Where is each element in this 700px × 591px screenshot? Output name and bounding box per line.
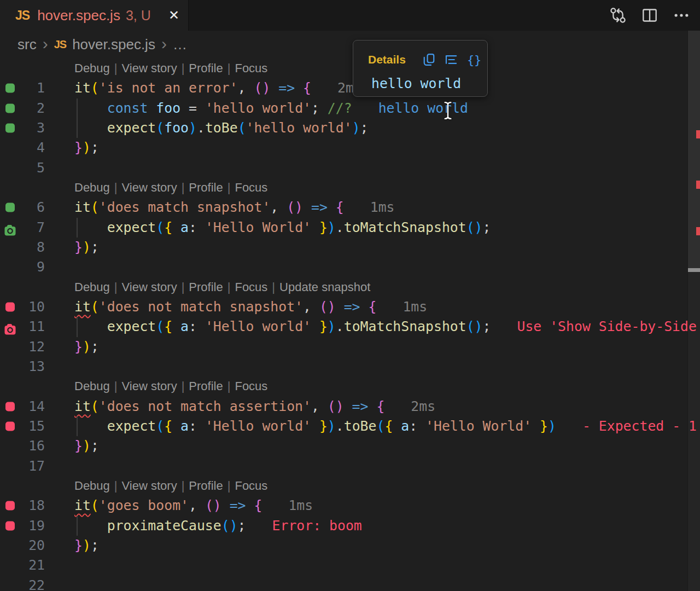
codelens-link-profile[interactable]: Profile: [189, 379, 223, 393]
tab-hover-spec-js[interactable]: JS hover.spec.js 3, U ✕: [0, 0, 189, 31]
codelens-link-debug[interactable]: Debug: [74, 61, 110, 75]
codelens-link-view-story[interactable]: View story: [122, 61, 177, 75]
codelens-link-debug[interactable]: Debug: [74, 379, 110, 393]
code-token: .: [336, 318, 344, 334]
code-line: 8});: [0, 237, 700, 257]
editor-content: Debug|View story|Profile|Focus1it('is no…: [0, 59, 700, 591]
code-token: a: [180, 418, 189, 434]
code-token: [74, 418, 107, 434]
code-token: {: [336, 199, 344, 215]
code-text[interactable]: it('does match snapshot', () => {1ms: [74, 198, 395, 217]
codelens-links: Debug|View story|Profile|Focus|Update sn…: [74, 277, 370, 297]
codelens-link-debug[interactable]: Debug: [74, 181, 110, 194]
code-token: ;: [360, 120, 369, 136]
code-token: proximateCause: [107, 518, 221, 534]
code-token: {: [164, 318, 172, 334]
javascript-file-icon: JS: [54, 38, 66, 51]
code-token: ): [83, 140, 91, 155]
code-token: =: [180, 100, 205, 116]
split-editor-icon[interactable]: [641, 7, 658, 24]
codelens-link-view-story[interactable]: View story: [122, 379, 177, 393]
code-token: {: [254, 497, 262, 513]
more-actions-icon[interactable]: [673, 7, 690, 24]
code-token: ): [328, 318, 336, 334]
codelens-link-profile[interactable]: Profile: [189, 61, 223, 75]
code-token: ;: [483, 318, 491, 334]
code-text[interactable]: });: [74, 337, 99, 357]
code-token: =>: [352, 398, 369, 414]
code-text[interactable]: const foo = 'hello world'; //?hello worl…: [74, 99, 468, 118]
code-text[interactable]: it('does not match assertion', () => {2m…: [74, 397, 435, 416]
code-token: toMatchSnapshot: [344, 219, 466, 235]
code-text[interactable]: it('is not an error', () => {2ms: [74, 78, 362, 98]
breadcrumb-item-file[interactable]: hover.spec.js: [72, 36, 155, 53]
code-text[interactable]: proximateCause();Error: boom: [74, 516, 362, 536]
code-text[interactable]: expect({ a: 'Hello world' }).toMatchSnap…: [74, 317, 697, 337]
codelens-link-profile[interactable]: Profile: [189, 181, 223, 194]
test-error-annotation: - Expected - 1: [582, 418, 697, 434]
codelens-link-debug[interactable]: Debug: [74, 280, 110, 294]
codelens-link-focus[interactable]: Focus: [235, 379, 267, 393]
code-token: 'hello world': [246, 120, 352, 136]
code-line: 6it('does match snapshot', () => {1ms: [0, 198, 700, 217]
empty-line: 9: [0, 257, 700, 277]
braces-icon[interactable]: {}: [467, 53, 482, 67]
code-token: ): [83, 339, 91, 355]
code-token: (: [91, 497, 99, 513]
code-token: {: [164, 219, 172, 235]
code-token: }: [319, 219, 328, 235]
code-token: :: [409, 418, 425, 434]
codelens-link-profile[interactable]: Profile: [189, 280, 223, 294]
codelens-link-focus[interactable]: Focus: [235, 280, 267, 294]
code-text[interactable]: it('does not match snapshot', () => {1ms: [74, 297, 427, 317]
details-link[interactable]: Details: [368, 53, 406, 66]
code-token: =>: [311, 199, 328, 215]
codelens-link-view-story[interactable]: View story: [122, 280, 177, 294]
codelens-link-update-snapshot[interactable]: Update snapshot: [279, 280, 370, 294]
code-text[interactable]: it('goes boom', () => {1ms: [74, 496, 313, 515]
code-token: [172, 219, 180, 235]
codelens-row: Debug|View story|Profile|Focus: [0, 476, 700, 496]
codelens-link-focus[interactable]: Focus: [235, 61, 267, 75]
code-text[interactable]: });: [74, 436, 99, 456]
codelens-link-profile[interactable]: Profile: [189, 479, 223, 493]
code-token: ;: [91, 537, 99, 553]
codelens-link-debug[interactable]: Debug: [74, 479, 110, 493]
code-text[interactable]: expect({ a: 'Hello world' }).toBe({ a: '…: [74, 416, 697, 436]
copy-icon[interactable]: [423, 53, 435, 66]
code-token: ;: [91, 438, 99, 454]
line-number: 7: [0, 218, 45, 237]
codelens-link-focus[interactable]: Focus: [235, 479, 267, 493]
code-token: [148, 100, 156, 116]
codelens-row: Debug|View story|Profile|Focus: [0, 376, 700, 396]
line-number: 18: [0, 496, 45, 515]
codelens-link-focus[interactable]: Focus: [235, 181, 267, 194]
code-text[interactable]: expect(foo).toBe('hello world');: [74, 118, 369, 138]
code-line: 10it('does not match snapshot', () => {1…: [0, 297, 700, 317]
code-token: (: [238, 120, 246, 136]
code-token: .: [336, 418, 344, 434]
codelens-separator: |: [267, 280, 279, 294]
line-number: 2: [0, 99, 45, 118]
codelens-link-view-story[interactable]: View story: [122, 181, 177, 194]
code-text[interactable]: });: [74, 138, 99, 158]
codelens-separator: |: [223, 479, 235, 493]
code-text[interactable]: });: [74, 237, 99, 257]
code-text[interactable]: expect({ a: 'Hello World' }).toMatchSnap…: [74, 218, 491, 237]
codelens-link-view-story[interactable]: View story: [122, 479, 177, 493]
codelens-separator: |: [223, 181, 235, 194]
code-token: =>: [344, 299, 360, 315]
hover-tooltip: Details {} hello world: [353, 40, 488, 97]
code-token: it: [74, 199, 91, 215]
close-icon[interactable]: ✕: [168, 9, 179, 22]
list-tree-icon[interactable]: [444, 53, 458, 66]
editor-actions: [609, 0, 690, 31]
code-token: (): [466, 318, 483, 334]
open-changes-icon[interactable]: [609, 7, 627, 24]
breadcrumb-item-src[interactable]: src: [18, 36, 37, 53]
breadcrumb-item-symbol[interactable]: …: [173, 36, 187, 53]
code-token: [74, 318, 107, 334]
code-text[interactable]: });: [74, 536, 99, 555]
code-token: [311, 318, 319, 334]
code-token: a: [180, 219, 189, 235]
